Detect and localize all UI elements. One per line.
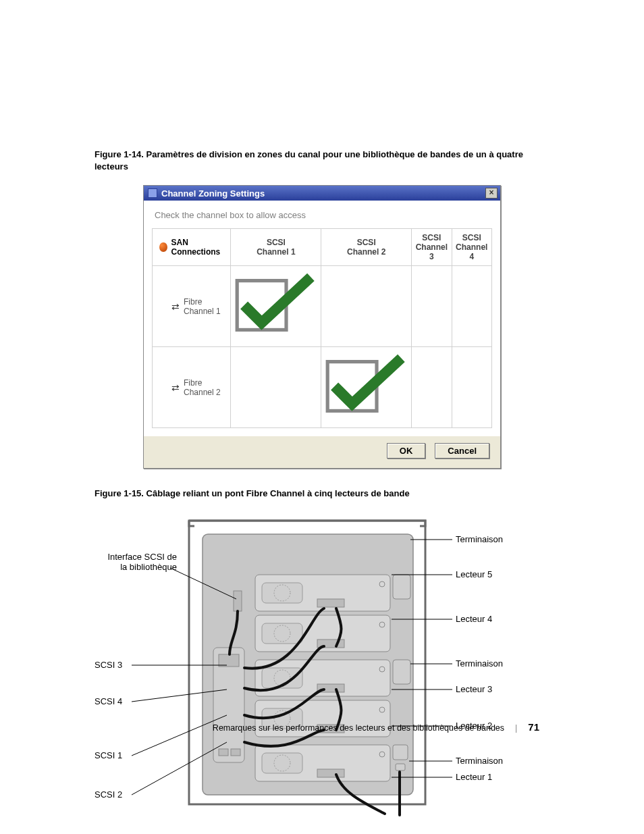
cell-fc2-ch3[interactable] bbox=[412, 347, 452, 428]
cell-fc1-ch3[interactable] bbox=[412, 266, 452, 347]
label-scsi2: SCSI 2 bbox=[95, 789, 122, 800]
fc-node-icon: ⇄ bbox=[171, 382, 180, 393]
label-lecteur5: Lecteur 5 bbox=[456, 569, 492, 579]
cancel-button[interactable]: Cancel bbox=[435, 443, 489, 459]
col-scsi-2: SCSIChannel 2 bbox=[321, 229, 412, 266]
svg-rect-7 bbox=[317, 599, 344, 607]
col-scsi-1: SCSIChannel 1 bbox=[231, 229, 321, 266]
svg-rect-35 bbox=[219, 749, 228, 756]
svg-rect-31 bbox=[393, 745, 408, 760]
label-interface-scsi-2: la bibliothèque bbox=[120, 562, 177, 572]
san-orb-icon bbox=[159, 242, 167, 252]
dialog-hint: Check the channel box to allow access bbox=[152, 206, 492, 228]
cell-fc1-ch2[interactable] bbox=[321, 266, 412, 347]
label-term2: Terminaison bbox=[456, 658, 503, 669]
row-fc2-label: Fibre Channel 2 bbox=[184, 378, 227, 397]
svg-rect-37 bbox=[234, 591, 242, 611]
figure-1-14-caption: Figure 1-14. Paramètres de division en z… bbox=[95, 149, 549, 173]
cell-fc1-ch4[interactable] bbox=[452, 266, 491, 347]
cell-fc2-ch1[interactable] bbox=[231, 347, 321, 428]
label-term3: Terminaison bbox=[456, 756, 503, 766]
label-lecteur3: Lecteur 3 bbox=[456, 684, 492, 694]
table-row: ⇄ Fibre Channel 1 bbox=[153, 266, 492, 347]
label-scsi4: SCSI 4 bbox=[95, 696, 122, 706]
channel-zoning-dialog: Channel Zoning Settings × Check the chan… bbox=[143, 185, 501, 469]
cell-fc1-ch1[interactable] bbox=[231, 266, 321, 347]
label-scsi1: SCSI 1 bbox=[95, 750, 122, 760]
svg-rect-36 bbox=[231, 749, 240, 756]
app-icon bbox=[148, 188, 157, 198]
footer-text: Remarques sur les performances des lecte… bbox=[213, 723, 504, 733]
col-scsi-3: SCSIChannel 3 bbox=[412, 229, 452, 266]
cell-fc2-ch2[interactable] bbox=[321, 347, 412, 428]
svg-rect-29 bbox=[393, 575, 410, 599]
svg-rect-27 bbox=[317, 769, 344, 777]
close-icon[interactable]: × bbox=[485, 188, 498, 199]
label-scsi3: SCSI 3 bbox=[95, 660, 122, 670]
svg-rect-30 bbox=[393, 660, 410, 684]
page-number: 71 bbox=[528, 721, 539, 733]
label-interface-scsi-1: Interface SCSI de bbox=[107, 552, 177, 562]
col-scsi-4: SCSIChannel 4 bbox=[452, 229, 491, 266]
table-row: ⇄ Fibre Channel 2 bbox=[153, 347, 492, 428]
cabling-diagram: Interface SCSI de la bibliothèque SCSI 3… bbox=[95, 513, 512, 816]
svg-rect-5 bbox=[262, 583, 302, 603]
checkbox-checked-icon bbox=[234, 333, 318, 342]
svg-rect-34 bbox=[219, 654, 239, 667]
san-connections-header: SAN Connections bbox=[171, 238, 228, 257]
page-footer: Remarques sur les performances des lecte… bbox=[0, 721, 644, 733]
cell-fc2-ch4[interactable] bbox=[452, 347, 491, 428]
svg-rect-32 bbox=[396, 764, 405, 771]
dialog-titlebar: Channel Zoning Settings × bbox=[144, 186, 500, 201]
footer-separator-icon: | bbox=[515, 723, 517, 733]
dialog-title: Channel Zoning Settings bbox=[161, 188, 485, 199]
row-fc1-label: Fibre Channel 1 bbox=[184, 297, 227, 316]
label-lecteur4: Lecteur 4 bbox=[456, 614, 492, 624]
figure-1-15-caption: Figure 1-15. Câblage reliant un pont Fib… bbox=[95, 488, 549, 500]
svg-rect-25 bbox=[262, 753, 302, 773]
label-lecteur1: Lecteur 1 bbox=[456, 772, 492, 782]
label-term1: Terminaison bbox=[456, 534, 503, 544]
ok-button[interactable]: OK bbox=[387, 443, 426, 459]
svg-rect-10 bbox=[262, 623, 302, 644]
fc-node-icon: ⇄ bbox=[171, 301, 180, 312]
checkbox-checked-icon bbox=[324, 414, 408, 423]
zoning-table: SAN Connections SCSIChannel 1 SCSIChanne… bbox=[152, 228, 492, 428]
